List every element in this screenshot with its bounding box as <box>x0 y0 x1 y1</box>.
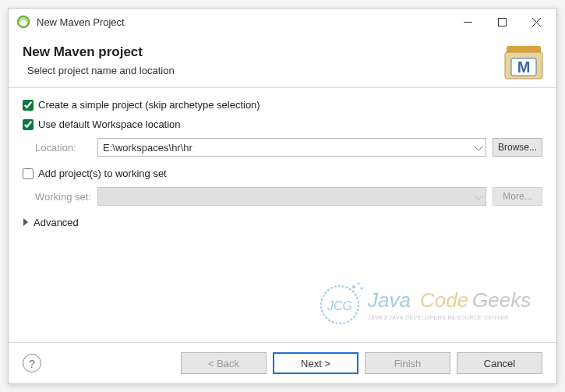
svg-text:JAVA 2 JAVA DEVELOPERS RESOURC: JAVA 2 JAVA DEVELOPERS RESOURCE CENTER <box>368 315 509 320</box>
header-panel: New Maven project Select project name an… <box>9 35 556 88</box>
maven-app-icon <box>16 15 30 29</box>
location-label: Location: <box>23 142 91 154</box>
svg-text:Code: Code <box>420 288 468 312</box>
svg-point-13 <box>361 288 363 290</box>
browse-button[interactable]: Browse... <box>493 138 542 157</box>
more-button: More... <box>493 187 542 206</box>
svg-text:Java: Java <box>367 288 411 312</box>
working-set-label: Working set: <box>23 191 91 203</box>
footer-bar: ? < Back Next > Finish Cancel <box>9 342 556 383</box>
working-set-combo <box>97 187 486 206</box>
window-controls <box>450 10 553 34</box>
working-set-row[interactable]: Add project(s) to working set <box>23 168 542 179</box>
add-working-set-label: Add project(s) to working set <box>38 168 167 179</box>
default-workspace-row[interactable]: Use default Workspace location <box>23 118 542 130</box>
cancel-button[interactable]: Cancel <box>457 352 542 374</box>
svg-text:M: M <box>517 58 531 76</box>
default-workspace-checkbox[interactable] <box>23 119 34 130</box>
simple-project-checkbox[interactable] <box>23 100 34 111</box>
close-button[interactable] <box>519 10 553 34</box>
help-icon[interactable]: ? <box>23 354 41 373</box>
minimize-button[interactable] <box>450 10 485 34</box>
triangle-right-icon <box>23 217 29 228</box>
location-value: E:\workspaces\hr\hr <box>103 142 192 154</box>
chevron-down-icon <box>475 142 482 154</box>
back-button: < Back <box>181 352 267 374</box>
page-subtitle: Select project name and location <box>27 65 542 76</box>
svg-text:Geeks: Geeks <box>472 288 531 312</box>
svg-rect-2 <box>498 18 506 26</box>
svg-point-12 <box>358 283 360 285</box>
next-button[interactable]: Next > <box>273 352 358 374</box>
finish-button: Finish <box>365 352 450 374</box>
working-set-field-row: Working set: More... <box>23 187 542 206</box>
dialog-window: New Maven Project New Maven project Sele… <box>8 8 557 384</box>
maximize-button[interactable] <box>485 10 519 34</box>
window-title: New Maven Project <box>37 16 450 28</box>
titlebar: New Maven Project <box>9 9 556 35</box>
page-heading: New Maven project <box>23 44 542 60</box>
location-row: Location: E:\workspaces\hr\hr Browse... <box>23 138 542 157</box>
default-workspace-label: Use default Workspace location <box>38 118 181 130</box>
simple-project-row[interactable]: Create a simple project (skip archetype … <box>23 99 542 111</box>
advanced-toggle[interactable]: Advanced <box>23 217 542 228</box>
maven-banner-icon: M <box>502 41 546 82</box>
chevron-down-icon <box>475 191 482 203</box>
watermark-logo: JCG Java Code Geeks JAVA 2 JAVA DEVELOPE… <box>315 277 533 334</box>
simple-project-label: Create a simple project (skip archetype … <box>38 99 260 111</box>
content-area: Create a simple project (skip archetype … <box>9 88 556 342</box>
add-working-set-checkbox[interactable] <box>23 168 34 179</box>
location-combo[interactable]: E:\workspaces\hr\hr <box>97 138 486 157</box>
svg-text:JCG: JCG <box>327 299 352 313</box>
advanced-label: Advanced <box>34 217 79 228</box>
svg-point-9 <box>321 286 358 323</box>
svg-point-11 <box>352 285 355 288</box>
